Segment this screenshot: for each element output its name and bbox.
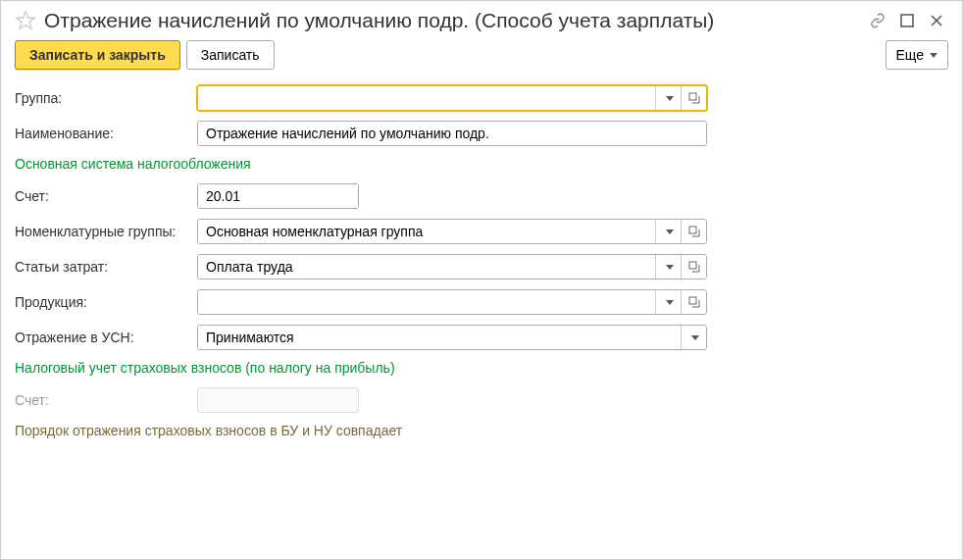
svg-rect-7 bbox=[689, 262, 696, 269]
svg-rect-4 bbox=[689, 93, 696, 100]
more-button-label: Еще bbox=[896, 47, 925, 63]
nomenclature-input[interactable] bbox=[198, 220, 655, 243]
maximize-icon[interactable] bbox=[899, 13, 915, 28]
name-label: Наименование: bbox=[15, 126, 197, 141]
usn-label: Отражение в УСН: bbox=[15, 330, 197, 345]
chevron-down-icon bbox=[666, 265, 674, 270]
window-title: Отражение начислений по умолчанию подр. … bbox=[44, 9, 862, 32]
svg-rect-1 bbox=[901, 15, 913, 26]
products-field bbox=[197, 289, 707, 315]
group-label: Группа: bbox=[15, 90, 197, 106]
cost-items-open-button[interactable] bbox=[681, 255, 706, 279]
chevron-down-icon bbox=[666, 229, 674, 234]
group-field bbox=[197, 85, 707, 111]
svg-marker-0 bbox=[17, 12, 34, 28]
svg-rect-6 bbox=[689, 227, 696, 233]
nomenclature-open-button[interactable] bbox=[681, 220, 706, 243]
name-field bbox=[197, 121, 707, 146]
more-button[interactable]: Еще bbox=[886, 40, 949, 70]
chevron-down-icon bbox=[930, 53, 938, 58]
group-input[interactable] bbox=[198, 86, 655, 110]
cost-items-field bbox=[197, 254, 707, 280]
account2-input bbox=[198, 388, 359, 412]
account-input[interactable] bbox=[198, 184, 359, 208]
account-field bbox=[197, 183, 359, 209]
cost-items-label: Статьи затрат: bbox=[15, 259, 197, 275]
nomenclature-field bbox=[197, 219, 707, 244]
group-dropdown-button[interactable] bbox=[655, 86, 681, 110]
products-open-button[interactable] bbox=[681, 290, 706, 314]
products-dropdown-button[interactable] bbox=[655, 290, 681, 314]
svg-rect-8 bbox=[689, 297, 696, 304]
account2-field bbox=[197, 387, 359, 413]
section-main-tax: Основная система налогообложения bbox=[15, 156, 948, 172]
save-and-close-button[interactable]: Записать и закрыть bbox=[15, 40, 180, 70]
account-label: Счет: bbox=[15, 188, 197, 204]
close-icon[interactable] bbox=[929, 13, 944, 28]
account2-label: Счет: bbox=[15, 392, 197, 408]
chevron-down-icon bbox=[666, 300, 674, 305]
usn-field bbox=[197, 325, 707, 350]
nomenclature-dropdown-button[interactable] bbox=[655, 220, 681, 243]
chevron-down-icon bbox=[691, 335, 699, 340]
cost-items-dropdown-button[interactable] bbox=[655, 255, 681, 279]
products-label: Продукция: bbox=[15, 294, 197, 310]
nomenclature-label: Номенклатурные группы: bbox=[15, 224, 197, 239]
products-input[interactable] bbox=[198, 290, 655, 314]
chevron-down-icon bbox=[666, 96, 674, 101]
favorite-star-icon[interactable] bbox=[15, 10, 36, 31]
usn-input[interactable] bbox=[198, 326, 681, 349]
insurance-note: Порядок отражения страховых взносов в БУ… bbox=[15, 423, 948, 438]
group-open-button[interactable] bbox=[681, 86, 706, 110]
section-insurance-tax: Налоговый учет страховых взносов (по нал… bbox=[15, 360, 948, 376]
cost-items-input[interactable] bbox=[198, 255, 655, 279]
usn-dropdown-button[interactable] bbox=[681, 326, 706, 349]
link-icon[interactable] bbox=[870, 13, 886, 28]
name-input[interactable] bbox=[198, 122, 706, 145]
save-button[interactable]: Записать bbox=[186, 40, 275, 70]
